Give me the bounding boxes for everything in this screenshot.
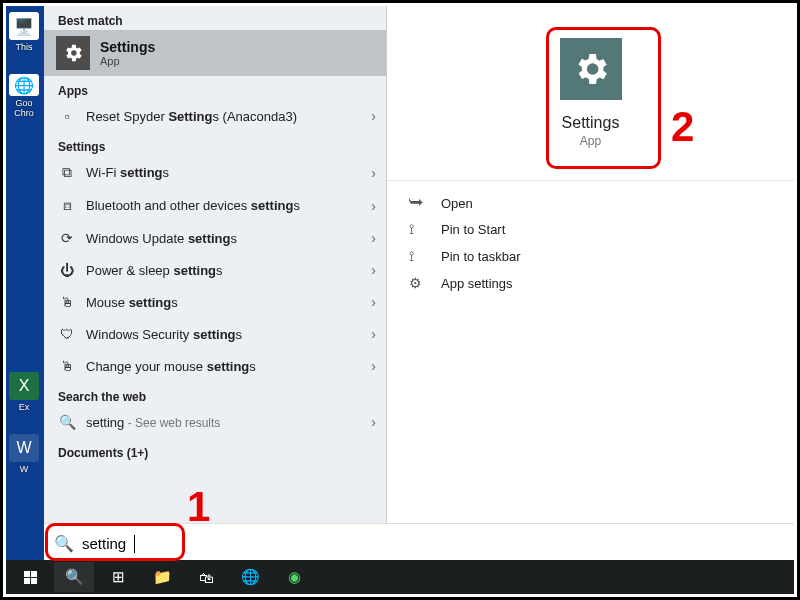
taskbar-app-explorer[interactable]: 📁 [142, 562, 182, 592]
settings-row-update[interactable]: ⟳ Windows Update settings › [44, 222, 386, 254]
detail-pane: Settings App ⮩Open ⟟Pin to Start ⟟Pin to… [387, 6, 794, 563]
bluetooth-icon: ⧈ [58, 197, 76, 214]
taskbar-search-icon[interactable]: 🔍 [54, 562, 94, 592]
chevron-right-icon: › [371, 262, 376, 278]
best-match-item[interactable]: Settings App [44, 30, 386, 76]
detail-subtitle: App [580, 134, 601, 148]
action-app-settings[interactable]: ⚙App settings [409, 275, 772, 291]
best-match-subtitle: App [100, 55, 155, 67]
chevron-right-icon: › [371, 108, 376, 124]
search-icon: 🔍 [58, 414, 76, 430]
chevron-right-icon: › [371, 165, 376, 181]
desktop-icon[interactable]: 🌐Goo Chro [6, 74, 42, 118]
app-icon: ▫ [58, 108, 76, 124]
start-search-panel: Best match Settings App Apps ▫ Reset Spy… [44, 6, 387, 563]
chevron-right-icon: › [371, 230, 376, 246]
desktop-icon[interactable]: WW [6, 434, 42, 478]
settings-row-security[interactable]: 🛡 Windows Security settings › [44, 318, 386, 350]
pin-icon: ⟟ [409, 221, 427, 238]
desktop-icon[interactable]: 🖥️This [6, 12, 42, 56]
action-pin-taskbar[interactable]: ⟟Pin to taskbar [409, 248, 772, 265]
best-match-title: Settings [100, 39, 155, 55]
detail-header: Settings App [387, 6, 794, 181]
shield-icon: 🛡 [58, 326, 76, 342]
settings-row-bluetooth[interactable]: ⧈ Bluetooth and other devices settings › [44, 189, 386, 222]
chevron-right-icon: › [371, 326, 376, 342]
power-icon: ⏻ [58, 262, 76, 278]
chevron-right-icon: › [371, 358, 376, 374]
taskbar-app-store[interactable]: 🛍 [186, 562, 226, 592]
settings-row-wifi[interactable]: ⧉ Wi-Fi settings › [44, 156, 386, 189]
settings-header: Settings [44, 132, 386, 156]
gear-icon [56, 36, 90, 70]
app-label: Reset Spyder Settings (Anaconda3) [86, 109, 361, 124]
open-icon: ⮩ [409, 195, 427, 211]
settings-row-mouse[interactable]: 🖱 Mouse settings › [44, 286, 386, 318]
taskbar-app-line[interactable]: ◉ [274, 562, 314, 592]
app-result-row[interactable]: ▫ Reset Spyder Settings (Anaconda3) › [44, 100, 386, 132]
taskbar: 🔍 ⊞ 📁 🛍 🌐 ◉ [6, 560, 794, 594]
search-box[interactable]: 🔍 setting [44, 523, 794, 563]
apps-header: Apps [44, 76, 386, 100]
settings-row-power[interactable]: ⏻ Power & sleep settings › [44, 254, 386, 286]
chevron-right-icon: › [371, 294, 376, 310]
action-pin-start[interactable]: ⟟Pin to Start [409, 221, 772, 238]
action-open[interactable]: ⮩Open [409, 195, 772, 211]
mouse-icon: 🖱 [58, 294, 76, 310]
desktop-strip: 🖥️This 🌐Goo Chro XEx WW [6, 6, 44, 566]
settings-row-mouse-change[interactable]: 🖱 Change your mouse settings › [44, 350, 386, 382]
chevron-right-icon: › [371, 414, 376, 430]
chevron-right-icon: › [371, 198, 376, 214]
pin-icon: ⟟ [409, 248, 427, 265]
detail-title: Settings [562, 114, 620, 132]
best-match-header: Best match [44, 6, 386, 30]
wifi-icon: ⧉ [58, 164, 76, 181]
gear-icon: ⚙ [409, 275, 427, 291]
documents-header: Documents (1+) [44, 438, 386, 462]
taskbar-app-chrome[interactable]: 🌐 [230, 562, 270, 592]
start-button[interactable] [10, 562, 50, 592]
task-view-icon[interactable]: ⊞ [98, 562, 138, 592]
desktop-icon[interactable]: XEx [6, 372, 42, 416]
web-result-row[interactable]: 🔍 setting - See web results › [44, 406, 386, 438]
gear-icon [560, 38, 622, 100]
update-icon: ⟳ [58, 230, 76, 246]
search-web-header: Search the web [44, 382, 386, 406]
mouse-icon: 🖱 [58, 358, 76, 374]
